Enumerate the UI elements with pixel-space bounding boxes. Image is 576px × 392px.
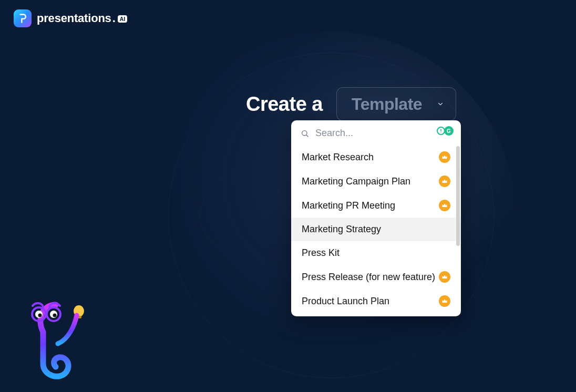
grammarly-icon[interactable]: G xyxy=(444,126,454,136)
template-item-label: Press Kit xyxy=(302,247,340,259)
crown-icon xyxy=(439,200,450,211)
template-item[interactable]: Market Research xyxy=(291,145,461,169)
brand-logo-mark xyxy=(14,9,32,27)
template-item-label: Press Release (for new feature) xyxy=(302,272,435,283)
brand-dot: . xyxy=(112,12,116,25)
template-item[interactable]: Press Kit xyxy=(291,241,461,265)
brand-p-icon xyxy=(17,13,28,24)
brand-wordmark: presentations . AI xyxy=(37,12,127,25)
headline-text: Create a xyxy=(246,93,323,116)
search-icon xyxy=(301,129,309,138)
svg-point-9 xyxy=(35,311,43,318)
template-item[interactable]: Product Launch Plan xyxy=(291,289,461,313)
template-item-label: Marketing Strategy xyxy=(302,224,381,235)
svg-point-10 xyxy=(50,311,57,318)
assistant-character xyxy=(26,294,95,384)
scrollbar-thumb[interactable] xyxy=(456,146,460,246)
template-item[interactable]: Marketing PR Meeting xyxy=(291,193,461,218)
headline-row: Create a Template xyxy=(246,87,456,121)
svg-point-4 xyxy=(74,305,84,317)
crown-icon xyxy=(439,295,450,307)
svg-rect-3 xyxy=(441,131,441,132)
svg-point-11 xyxy=(38,314,42,317)
template-item-label: Marketing PR Meeting xyxy=(302,200,395,211)
chevron-down-icon xyxy=(437,100,444,108)
template-item[interactable]: Press Release (for new feature) xyxy=(291,265,461,289)
brand-name: presentations xyxy=(37,12,111,25)
template-item-label: Market Research xyxy=(302,152,374,163)
template-dropdown-label: Template xyxy=(352,95,422,114)
template-dropdown-panel: G Market ResearchMarketing Campaign Plan… xyxy=(291,120,461,316)
svg-rect-5 xyxy=(76,316,81,318)
template-dropdown[interactable]: Template xyxy=(336,87,456,121)
svg-point-12 xyxy=(53,314,57,317)
template-item-label: Marketing Campaign Plan xyxy=(302,176,410,187)
template-item-label: Product Launch Plan xyxy=(302,296,389,307)
template-item[interactable]: Marketing Campaign Plan xyxy=(291,169,461,193)
svg-point-7 xyxy=(47,307,60,321)
svg-line-1 xyxy=(306,135,308,137)
template-search-row: G xyxy=(291,120,461,145)
crown-icon xyxy=(439,271,450,283)
brand-logo: presentations . AI xyxy=(14,9,127,27)
crown-icon xyxy=(439,176,450,187)
crown-icon xyxy=(439,151,450,163)
template-item[interactable]: Marketing Strategy xyxy=(291,218,461,241)
template-search-input[interactable] xyxy=(315,128,451,139)
template-list[interactable]: Market ResearchMarketing Campaign PlanMa… xyxy=(291,145,461,316)
grammarly-badges: G xyxy=(437,126,454,136)
svg-point-2 xyxy=(440,129,442,131)
brand-ai-badge: AI xyxy=(118,15,128,23)
svg-point-6 xyxy=(32,307,46,321)
